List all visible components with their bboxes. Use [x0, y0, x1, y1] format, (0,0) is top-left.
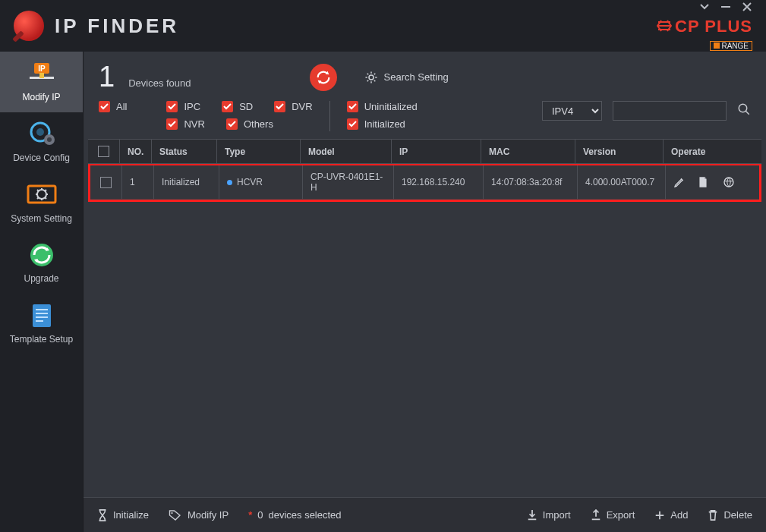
- filter-sd[interactable]: SD: [222, 101, 253, 112]
- sidebar-item-label: Device Config: [13, 153, 70, 164]
- import-button[interactable]: Import: [527, 509, 571, 521]
- svg-point-17: [369, 75, 374, 80]
- table-header: NO. Status Type Model IP MAC Version Ope…: [88, 139, 761, 164]
- checkbox-icon: [166, 101, 178, 112]
- filter-nvr[interactable]: NVR: [166, 118, 204, 130]
- svg-text:IP: IP: [38, 65, 46, 73]
- template-icon: [24, 301, 59, 330]
- initialize-button[interactable]: Initialize: [97, 509, 149, 521]
- selected-status: * 0 devices selected: [248, 509, 341, 521]
- th-ip: IP: [392, 140, 481, 163]
- sidebar-item-system-setting[interactable]: System Setting: [0, 173, 83, 234]
- add-button[interactable]: Add: [654, 509, 688, 521]
- search-icon[interactable]: [737, 102, 751, 119]
- search-input[interactable]: [613, 101, 727, 121]
- edit-icon[interactable]: [673, 176, 686, 188]
- checkbox-icon: [274, 101, 285, 112]
- checkbox-icon: [226, 118, 238, 130]
- cell-ip: 192.168.15.240: [394, 165, 484, 199]
- svg-point-19: [724, 178, 733, 187]
- row-checkbox[interactable]: [100, 177, 112, 188]
- search-setting-button[interactable]: Search Setting: [364, 71, 449, 84]
- checkbox-icon: [166, 118, 178, 130]
- th-version: Version: [575, 140, 664, 163]
- svg-rect-0: [721, 6, 730, 8]
- devices-label: Devices found: [128, 77, 191, 89]
- app-logo: [14, 11, 44, 41]
- filter-initialized[interactable]: Initialized: [347, 118, 418, 130]
- cell-mac: 14:07:08:3a:20:8f: [484, 165, 578, 199]
- gear-icon: [364, 71, 378, 84]
- checkbox-icon: [222, 101, 233, 112]
- sidebar-item-label: Modify IP: [22, 93, 60, 103]
- ip-icon: IP: [24, 59, 59, 88]
- devices-count: 1: [99, 61, 115, 93]
- sidebar-item-upgrade[interactable]: Upgrade: [0, 233, 83, 294]
- svg-rect-16: [36, 320, 43, 322]
- cell-model: CP-UVR-0401E1-H: [303, 165, 394, 199]
- browser-icon[interactable]: [722, 176, 734, 188]
- svg-point-6: [36, 128, 44, 136]
- svg-rect-15: [36, 316, 48, 318]
- sidebar-item-label: System Setting: [11, 214, 72, 225]
- sidebar-item-template-setup[interactable]: Template Setup: [0, 294, 83, 354]
- filter-dvr[interactable]: DVR: [274, 101, 312, 112]
- divider: [329, 101, 330, 131]
- tag-edit-icon: [169, 509, 182, 521]
- filter-all[interactable]: All: [99, 101, 127, 112]
- cell-version: 4.000.00AT000.7: [578, 165, 666, 199]
- modify-ip-button[interactable]: Modify IP: [169, 509, 229, 521]
- brand-logo: CP PLUS: [657, 17, 752, 36]
- sidebar-item-label: Template Setup: [10, 335, 73, 345]
- sidebar: IP Modify IP Device Config: [0, 52, 84, 532]
- footer-bar: Initialize Modify IP * 0 devices selecte…: [84, 497, 766, 532]
- checkbox-icon: [347, 118, 358, 130]
- svg-point-18: [739, 104, 747, 112]
- checkbox-icon: [347, 101, 358, 112]
- upgrade-icon: [24, 241, 59, 269]
- trash-icon: [708, 509, 718, 521]
- ip-version-select[interactable]: IPV4: [542, 101, 602, 121]
- minimize-button[interactable]: [720, 2, 731, 12]
- delete-button[interactable]: Delete: [708, 509, 752, 521]
- svg-rect-13: [36, 309, 48, 310]
- cell-type: HCVR: [219, 165, 303, 199]
- th-type: Type: [217, 140, 301, 163]
- camera-gear-icon: [24, 120, 59, 149]
- devices-found: 1 Devices found: [99, 61, 191, 93]
- document-icon[interactable]: [698, 176, 710, 188]
- th-model: Model: [301, 140, 392, 163]
- import-icon: [527, 509, 537, 521]
- th-operate: Operate: [664, 140, 761, 163]
- cell-no: 1: [122, 165, 154, 199]
- dropdown-icon[interactable]: [699, 2, 710, 12]
- settings-screen-icon: [24, 181, 59, 209]
- asterisk-icon: *: [248, 509, 252, 521]
- svg-point-8: [47, 137, 52, 142]
- plus-icon: [654, 510, 665, 521]
- export-button[interactable]: Export: [591, 509, 635, 521]
- status-dot-icon: [227, 180, 232, 185]
- sidebar-item-label: Upgrade: [24, 274, 58, 285]
- close-button[interactable]: [742, 2, 752, 12]
- table-row[interactable]: 1 Initialized HCVR CP-UVR-0401E1-H 192.1…: [90, 165, 759, 200]
- hourglass-icon: [97, 509, 108, 521]
- export-icon: [591, 509, 601, 521]
- app-title: IP FINDER: [55, 14, 179, 38]
- refresh-icon: [315, 69, 332, 86]
- refresh-button[interactable]: [310, 64, 337, 91]
- cell-status: Initialized: [154, 165, 219, 199]
- svg-rect-4: [39, 73, 44, 78]
- sidebar-item-device-config[interactable]: Device Config: [0, 112, 83, 173]
- filter-uninitialized[interactable]: Uninitialized: [347, 101, 418, 112]
- select-all-checkbox[interactable]: [98, 146, 109, 157]
- device-table: NO. Status Type Model IP MAC Version Ope…: [88, 139, 761, 497]
- svg-point-20: [171, 512, 172, 513]
- svg-rect-14: [36, 313, 48, 314]
- th-mac: MAC: [481, 140, 575, 163]
- sidebar-item-modify-ip[interactable]: IP Modify IP: [0, 52, 83, 112]
- filter-ipc[interactable]: IPC: [166, 101, 200, 112]
- checkbox-icon: [99, 101, 110, 112]
- filter-others[interactable]: Others: [226, 118, 273, 130]
- brand-orange: RANGE: [710, 41, 752, 51]
